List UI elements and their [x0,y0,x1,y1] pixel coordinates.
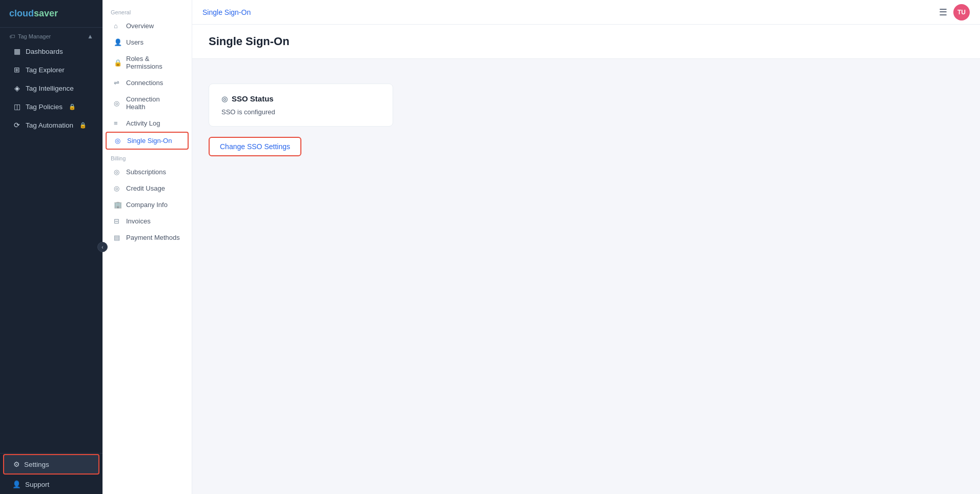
sub-sidebar-item-label: Payment Methods [126,234,180,241]
page-content: Single Sign-On ◎ SSO Status SSO is confi… [192,25,980,494]
change-sso-settings-button[interactable]: Change SSO Settings [209,137,301,156]
logo-cloud: cloud [9,8,34,18]
sso-card-icon: ◎ [221,95,228,103]
invoices-icon: ⊟ [114,217,122,225]
topbar: Single Sign-On ☰ TU [192,0,980,25]
sub-sidebar-item-single-sign-on[interactable]: ◎ Single Sign-On [106,132,189,150]
overview-icon: ⌂ [114,22,122,30]
users-icon: 👤 [114,38,122,46]
topbar-right: ☰ TU [939,4,970,20]
sidebar-section-tag-manager: 🏷 Tag Manager ▲ [0,28,103,42]
sub-sidebar-item-label: Credit Usage [126,184,165,192]
sub-sidebar-item-connections[interactable]: ⇌ Connections [106,75,189,91]
sub-sidebar-item-credit-usage[interactable]: ◎ Credit Usage [106,180,189,196]
activity-log-icon: ≡ [114,119,122,127]
company-info-icon: 🏢 [114,201,122,209]
sidebar-bottom: ⚙ Settings 👤 Support [0,453,103,494]
sub-sidebar-item-connection-health[interactable]: ◎ Connection Health [106,91,189,115]
connections-icon: ⇌ [114,79,122,87]
sidebar-item-tag-automation[interactable]: ⟳ Tag Automation 🔒 [3,116,99,134]
settings-icon: ⚙ [13,460,20,468]
sidebar-collapse-button[interactable]: ‹ [97,242,108,252]
sso-status-card: ◎ SSO Status SSO is configured [209,84,393,127]
sidebar-item-dashboards[interactable]: ▦ Dashboards [3,43,99,60]
page-title: Single Sign-On [192,25,980,59]
sidebar-item-label: Tag Intelligence [26,85,74,92]
sub-sidebar-item-label: Users [126,38,144,46]
sub-sidebar-item-label: Company Info [126,201,168,209]
sub-sidebar-item-label: Single Sign-On [127,137,172,145]
tag-manager-icon: 🏷 [9,33,15,39]
tag-intelligence-icon: ◈ [12,84,22,92]
dashboards-icon: ▦ [12,47,22,55]
sub-sidebar-item-label: Invoices [126,217,151,225]
tag-automation-icon: ⟳ [12,121,22,129]
sso-icon: ◎ [115,137,123,145]
sidebar-section-label: Tag Manager [18,33,51,39]
main-sidebar: cloudsaver 🏷 Tag Manager ▲ ▦ Dashboards … [0,0,103,494]
sidebar-item-label: Dashboards [26,48,63,55]
sidebar-item-settings[interactable]: ⚙ Settings [3,454,99,475]
sidebar-bottom-label: Support [25,481,49,488]
sso-status-text: SSO is configured [221,108,380,116]
avatar[interactable]: TU [953,4,970,20]
sub-sidebar-item-label: Activity Log [126,119,160,127]
sub-sidebar-general-label: General [103,4,192,17]
sub-sidebar-item-users[interactable]: 👤 Users [106,34,189,50]
chevron-up-icon[interactable]: ▲ [87,33,93,40]
sub-sidebar-item-overview[interactable]: ⌂ Overview [106,18,189,34]
sidebar-item-support[interactable]: 👤 Support [3,475,99,493]
main-wrapper: Single Sign-On ☰ TU Single Sign-On ◎ SSO… [192,0,980,494]
lock-icon: 🔒 [69,104,76,110]
sub-sidebar-billing-label: Billing [103,150,192,163]
sub-sidebar-item-roles-permissions[interactable]: 🔒 Roles & Permissions [106,51,189,74]
breadcrumb: Single Sign-On [202,8,251,16]
roles-icon: 🔒 [114,59,122,67]
sub-sidebar-item-label: Connection Health [126,95,180,111]
sub-sidebar: General ⌂ Overview 👤 Users 🔒 Roles & Per… [103,0,192,494]
support-icon: 👤 [12,480,21,488]
sidebar-item-label: Tag Automation [26,121,73,129]
sub-sidebar-item-activity-log[interactable]: ≡ Activity Log [106,115,189,131]
sidebar-item-tag-intelligence[interactable]: ◈ Tag Intelligence [3,79,99,97]
sso-content-area: ◎ SSO Status SSO is configured Change SS… [209,71,964,156]
sidebar-item-label: Tag Explorer [26,66,65,74]
sub-sidebar-item-subscriptions[interactable]: ◎ Subscriptions [106,164,189,180]
credit-usage-icon: ◎ [114,184,122,192]
sub-sidebar-item-label: Subscriptions [126,168,166,176]
sub-sidebar-item-payment-methods[interactable]: ▤ Payment Methods [106,230,189,245]
sub-sidebar-item-label: Roles & Permissions [126,55,180,70]
connection-health-icon: ◎ [114,99,122,107]
sidebar-item-label: Tag Policies [26,103,63,111]
logo: cloudsaver [0,0,103,28]
sso-card-title-text: SSO Status [232,94,274,103]
sidebar-item-tag-policies[interactable]: ◫ Tag Policies 🔒 [3,98,99,115]
sub-sidebar-item-invoices[interactable]: ⊟ Invoices [106,213,189,229]
sidebar-bottom-label: Settings [24,461,49,468]
sub-sidebar-item-company-info[interactable]: 🏢 Company Info [106,197,189,213]
logo-saver: saver [34,8,58,18]
list-icon[interactable]: ☰ [939,7,947,18]
subscriptions-icon: ◎ [114,168,122,176]
payment-methods-icon: ▤ [114,234,122,241]
sub-sidebar-item-label: Connections [126,79,163,87]
sidebar-item-tag-explorer[interactable]: ⊞ Tag Explorer [3,61,99,78]
tag-explorer-icon: ⊞ [12,66,22,74]
lock-icon-automation: 🔒 [79,122,87,129]
sso-card-title: ◎ SSO Status [221,94,380,103]
tag-policies-icon: ◫ [12,102,22,111]
sub-sidebar-item-label: Overview [126,22,154,30]
